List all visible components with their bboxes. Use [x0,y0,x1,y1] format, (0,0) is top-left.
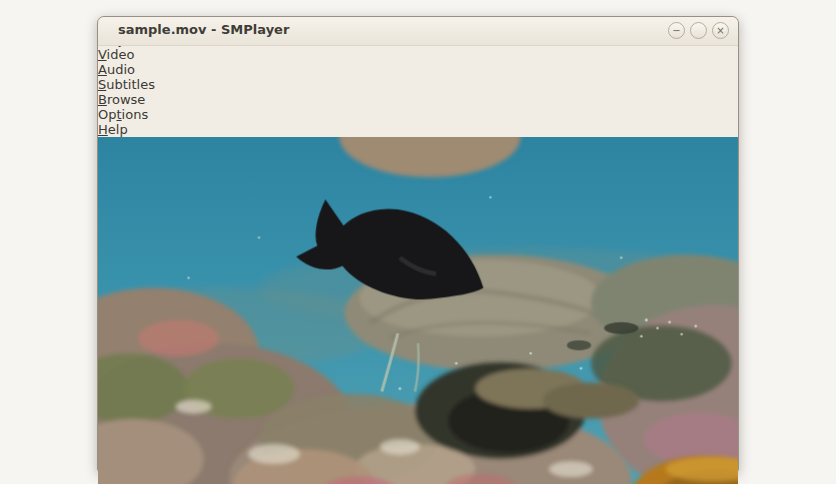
maximize-button[interactable] [690,22,707,39]
window-controls: −× [668,22,729,39]
close-button[interactable]: × [712,22,729,39]
close-icon: × [716,26,724,36]
video-area[interactable] [98,137,738,484]
desktop: sample.mov - SMPlayer −× OpenPlayVideoAu… [0,0,836,484]
menubar-video[interactable]: Video [98,47,738,62]
menubar-subtitles[interactable]: Subtitles [98,77,738,92]
menubar-browse[interactable]: Browse [98,92,738,107]
smplayer-window: sample.mov - SMPlayer −× OpenPlayVideoAu… [97,16,739,472]
titlebar[interactable]: sample.mov - SMPlayer −× [98,17,738,46]
menubar-help[interactable]: Help [98,122,738,137]
video-frame [98,137,738,484]
window-title: sample.mov - SMPlayer [118,22,289,37]
menubar-audio[interactable]: Audio [98,62,738,77]
menubar-options[interactable]: Options [98,107,738,122]
minimize-button[interactable]: − [668,22,685,39]
minimize-icon: − [672,26,680,36]
